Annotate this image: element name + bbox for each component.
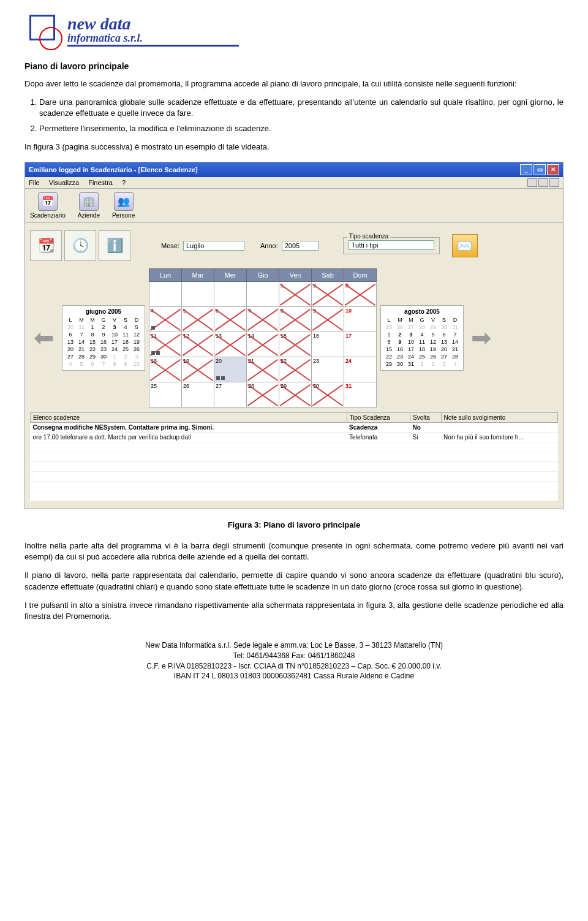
minimize-icon[interactable]: _ [520, 164, 532, 175]
mese-label: Mese: [161, 242, 179, 249]
tb-persone[interactable]: 👥Persone [112, 192, 135, 219]
mdi-bar: File Visualizza Finestra ? [25, 177, 563, 189]
mini-calendar-prev[interactable]: giugno 2005 LMMGVSD 303112345 6789101112… [62, 305, 145, 371]
prev-arrow[interactable]: ⬅ [30, 324, 58, 352]
figure-caption: Figura 3: Piano di lavoro principale [24, 520, 564, 529]
logo-mark [24, 12, 61, 49]
maximize-icon[interactable]: ▭ [533, 164, 546, 175]
logo-text: new data informatica s.r.l. [67, 15, 239, 47]
calendar-icon: 📅 [38, 192, 58, 211]
table-row: Consegna modifiche NESystem. Contattare … [31, 422, 558, 432]
menu-finestra[interactable]: Finestra [88, 179, 113, 186]
today-button[interactable]: 📆 [30, 230, 62, 261]
mdi-max-icon[interactable] [538, 178, 548, 187]
paragraph: Il piano di lavoro, nella parte rapprese… [24, 570, 564, 592]
memo-button[interactable]: ℹ️ [99, 230, 130, 261]
tb-scadenziario[interactable]: 📅Scadenziario [30, 192, 66, 219]
figure-ref-paragraph: In figura 3 (pagina successiva) è mostra… [24, 142, 564, 153]
toolbar: 📅Scadenziario 🏢Aziende 👥Persone [25, 189, 563, 223]
tb-aziende[interactable]: 🏢Aziende [78, 192, 100, 219]
menu-visualizza[interactable]: Visualizza [49, 179, 79, 186]
paragraph: I tre pulsanti in alto a sinistra invece… [24, 600, 564, 622]
anno-spinner[interactable]: 2005 [282, 241, 318, 251]
function-list: Dare una panoramica globale sulle scaden… [39, 97, 564, 134]
close-icon[interactable]: ✕ [547, 164, 559, 175]
month-grid[interactable]: LunMarMerGioVenSabDom 123 45678910 11121… [149, 268, 377, 407]
page-footer: New Data Informatica s.r.l. Sede legale … [24, 640, 564, 681]
mdi-close-icon[interactable] [549, 178, 559, 187]
mail-button[interactable]: ✉️ [452, 234, 478, 257]
tipo-group: Tipo scadenza Tutti i tipi [343, 237, 440, 254]
tipo-select[interactable]: Tutti i tipi [349, 240, 434, 250]
section-heading: Piano di lavoro principale [24, 61, 564, 71]
list-item: Dare una panoramica globale sulle scaden… [39, 97, 564, 119]
deadline-list[interactable]: Elenco scadenzeTipo ScadenzaSvoltaNote s… [30, 412, 558, 501]
tipo-label: Tipo scadenza [347, 233, 391, 240]
table-row: ore 17.00 telefonare a dott. Marchi per … [31, 432, 558, 442]
window-buttons: _ ▭ ✕ [520, 164, 559, 175]
building-icon: 🏢 [79, 192, 99, 211]
periodic-button[interactable]: 🕓 [64, 230, 96, 261]
mdi-min-icon[interactable] [527, 178, 537, 187]
anno-label: Anno: [260, 242, 278, 249]
menu-help[interactable]: ? [122, 179, 126, 186]
mese-select[interactable]: Luglio [183, 241, 244, 251]
menu-file[interactable]: File [29, 179, 40, 186]
mini-calendar-next[interactable]: agosto 2005 LMMGVSD 25262728293031 12345… [380, 305, 464, 371]
intro-paragraph: Dopo aver letto le scadenze dal promemor… [24, 78, 564, 89]
calendar-area: 📆 🕓 ℹ️ Mese: Luglio Anno: 2005 Tipo scad… [25, 223, 563, 509]
people-icon: 👥 [114, 192, 134, 211]
company-logo: new data informatica s.r.l. [24, 12, 564, 49]
window-title: Emiliano logged in Scadenziario - [Elenc… [29, 166, 198, 173]
next-arrow[interactable]: ➡ [467, 324, 496, 352]
screenshot-window: Emiliano logged in Scadenziario - [Elenc… [24, 162, 564, 509]
paragraph: Inoltre nella parte alta del programma v… [24, 540, 564, 563]
list-item: Permettere l'inserimento, la modifica e … [39, 123, 564, 134]
window-titlebar: Emiliano logged in Scadenziario - [Elenc… [25, 162, 563, 177]
